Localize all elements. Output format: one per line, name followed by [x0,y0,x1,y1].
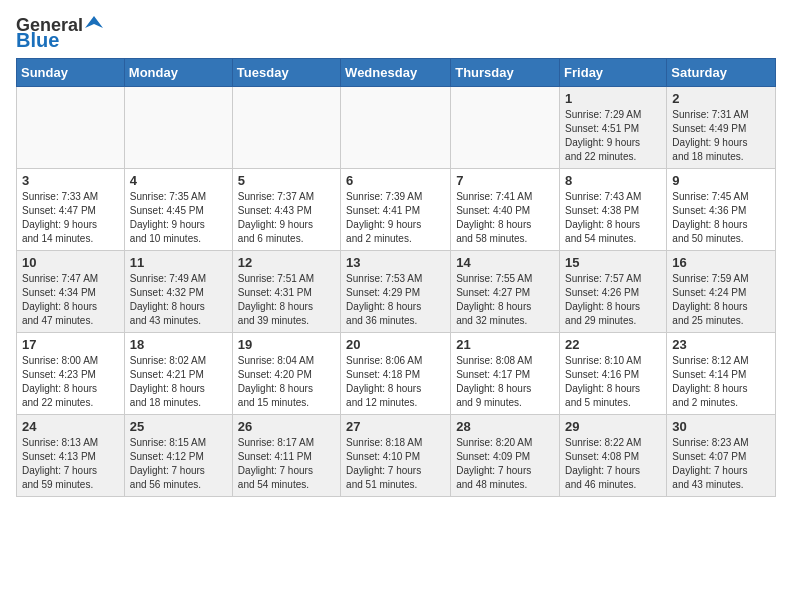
day-info: Sunrise: 7:41 AM Sunset: 4:40 PM Dayligh… [456,190,554,246]
calendar-week-row: 3Sunrise: 7:33 AM Sunset: 4:47 PM Daylig… [17,169,776,251]
day-number: 1 [565,91,661,106]
day-number: 30 [672,419,770,434]
calendar-cell: 18Sunrise: 8:02 AM Sunset: 4:21 PM Dayli… [124,333,232,415]
day-info: Sunrise: 8:04 AM Sunset: 4:20 PM Dayligh… [238,354,335,410]
calendar-cell [232,87,340,169]
calendar-cell: 10Sunrise: 7:47 AM Sunset: 4:34 PM Dayli… [17,251,125,333]
day-number: 25 [130,419,227,434]
calendar-table: SundayMondayTuesdayWednesdayThursdayFrid… [16,58,776,497]
day-info: Sunrise: 7:55 AM Sunset: 4:27 PM Dayligh… [456,272,554,328]
day-number: 16 [672,255,770,270]
calendar-cell: 2Sunrise: 7:31 AM Sunset: 4:49 PM Daylig… [667,87,776,169]
day-number: 24 [22,419,119,434]
calendar-week-row: 10Sunrise: 7:47 AM Sunset: 4:34 PM Dayli… [17,251,776,333]
calendar-cell: 21Sunrise: 8:08 AM Sunset: 4:17 PM Dayli… [451,333,560,415]
calendar-cell: 11Sunrise: 7:49 AM Sunset: 4:32 PM Dayli… [124,251,232,333]
calendar-cell [124,87,232,169]
calendar-cell: 6Sunrise: 7:39 AM Sunset: 4:41 PM Daylig… [341,169,451,251]
calendar-cell: 9Sunrise: 7:45 AM Sunset: 4:36 PM Daylig… [667,169,776,251]
calendar-cell [17,87,125,169]
day-number: 6 [346,173,445,188]
day-header-sunday: Sunday [17,59,125,87]
logo-blue: Blue [16,30,59,50]
day-info: Sunrise: 7:57 AM Sunset: 4:26 PM Dayligh… [565,272,661,328]
day-info: Sunrise: 7:29 AM Sunset: 4:51 PM Dayligh… [565,108,661,164]
calendar-cell: 24Sunrise: 8:13 AM Sunset: 4:13 PM Dayli… [17,415,125,497]
day-number: 21 [456,337,554,352]
calendar-cell: 19Sunrise: 8:04 AM Sunset: 4:20 PM Dayli… [232,333,340,415]
calendar-cell: 1Sunrise: 7:29 AM Sunset: 4:51 PM Daylig… [560,87,667,169]
calendar-cell: 30Sunrise: 8:23 AM Sunset: 4:07 PM Dayli… [667,415,776,497]
calendar-cell: 26Sunrise: 8:17 AM Sunset: 4:11 PM Dayli… [232,415,340,497]
calendar-cell: 8Sunrise: 7:43 AM Sunset: 4:38 PM Daylig… [560,169,667,251]
day-number: 27 [346,419,445,434]
day-header-saturday: Saturday [667,59,776,87]
calendar-header-row: SundayMondayTuesdayWednesdayThursdayFrid… [17,59,776,87]
day-info: Sunrise: 8:10 AM Sunset: 4:16 PM Dayligh… [565,354,661,410]
day-number: 10 [22,255,119,270]
day-info: Sunrise: 8:00 AM Sunset: 4:23 PM Dayligh… [22,354,119,410]
day-info: Sunrise: 8:22 AM Sunset: 4:08 PM Dayligh… [565,436,661,492]
day-number: 4 [130,173,227,188]
day-info: Sunrise: 7:47 AM Sunset: 4:34 PM Dayligh… [22,272,119,328]
day-number: 13 [346,255,445,270]
day-number: 20 [346,337,445,352]
day-number: 14 [456,255,554,270]
calendar-week-row: 24Sunrise: 8:13 AM Sunset: 4:13 PM Dayli… [17,415,776,497]
day-number: 3 [22,173,119,188]
day-info: Sunrise: 7:35 AM Sunset: 4:45 PM Dayligh… [130,190,227,246]
calendar-cell: 13Sunrise: 7:53 AM Sunset: 4:29 PM Dayli… [341,251,451,333]
day-header-tuesday: Tuesday [232,59,340,87]
calendar-cell: 15Sunrise: 7:57 AM Sunset: 4:26 PM Dayli… [560,251,667,333]
day-header-monday: Monday [124,59,232,87]
day-info: Sunrise: 7:59 AM Sunset: 4:24 PM Dayligh… [672,272,770,328]
day-header-friday: Friday [560,59,667,87]
calendar-cell: 14Sunrise: 7:55 AM Sunset: 4:27 PM Dayli… [451,251,560,333]
day-number: 11 [130,255,227,270]
day-info: Sunrise: 7:45 AM Sunset: 4:36 PM Dayligh… [672,190,770,246]
calendar-cell: 25Sunrise: 8:15 AM Sunset: 4:12 PM Dayli… [124,415,232,497]
day-number: 7 [456,173,554,188]
calendar-cell: 7Sunrise: 7:41 AM Sunset: 4:40 PM Daylig… [451,169,560,251]
day-number: 22 [565,337,661,352]
calendar-week-row: 17Sunrise: 8:00 AM Sunset: 4:23 PM Dayli… [17,333,776,415]
day-number: 5 [238,173,335,188]
day-info: Sunrise: 8:18 AM Sunset: 4:10 PM Dayligh… [346,436,445,492]
calendar-cell: 17Sunrise: 8:00 AM Sunset: 4:23 PM Dayli… [17,333,125,415]
calendar-cell: 20Sunrise: 8:06 AM Sunset: 4:18 PM Dayli… [341,333,451,415]
day-info: Sunrise: 7:37 AM Sunset: 4:43 PM Dayligh… [238,190,335,246]
day-number: 26 [238,419,335,434]
day-number: 23 [672,337,770,352]
calendar-cell: 28Sunrise: 8:20 AM Sunset: 4:09 PM Dayli… [451,415,560,497]
calendar-cell [341,87,451,169]
day-info: Sunrise: 8:13 AM Sunset: 4:13 PM Dayligh… [22,436,119,492]
day-info: Sunrise: 7:43 AM Sunset: 4:38 PM Dayligh… [565,190,661,246]
day-number: 2 [672,91,770,106]
day-info: Sunrise: 7:49 AM Sunset: 4:32 PM Dayligh… [130,272,227,328]
day-info: Sunrise: 8:02 AM Sunset: 4:21 PM Dayligh… [130,354,227,410]
calendar-cell: 3Sunrise: 7:33 AM Sunset: 4:47 PM Daylig… [17,169,125,251]
day-header-thursday: Thursday [451,59,560,87]
day-header-wednesday: Wednesday [341,59,451,87]
calendar-cell: 27Sunrise: 8:18 AM Sunset: 4:10 PM Dayli… [341,415,451,497]
day-info: Sunrise: 7:31 AM Sunset: 4:49 PM Dayligh… [672,108,770,164]
calendar-cell: 4Sunrise: 7:35 AM Sunset: 4:45 PM Daylig… [124,169,232,251]
header: General Blue [16,16,776,50]
day-number: 12 [238,255,335,270]
day-info: Sunrise: 8:23 AM Sunset: 4:07 PM Dayligh… [672,436,770,492]
calendar-cell: 29Sunrise: 8:22 AM Sunset: 4:08 PM Dayli… [560,415,667,497]
calendar-cell: 16Sunrise: 7:59 AM Sunset: 4:24 PM Dayli… [667,251,776,333]
svg-marker-0 [85,16,103,28]
day-number: 8 [565,173,661,188]
day-number: 9 [672,173,770,188]
day-info: Sunrise: 8:17 AM Sunset: 4:11 PM Dayligh… [238,436,335,492]
day-number: 18 [130,337,227,352]
day-number: 19 [238,337,335,352]
day-info: Sunrise: 7:51 AM Sunset: 4:31 PM Dayligh… [238,272,335,328]
calendar-cell: 22Sunrise: 8:10 AM Sunset: 4:16 PM Dayli… [560,333,667,415]
day-info: Sunrise: 8:08 AM Sunset: 4:17 PM Dayligh… [456,354,554,410]
day-info: Sunrise: 7:39 AM Sunset: 4:41 PM Dayligh… [346,190,445,246]
day-number: 28 [456,419,554,434]
calendar-cell: 23Sunrise: 8:12 AM Sunset: 4:14 PM Dayli… [667,333,776,415]
day-number: 29 [565,419,661,434]
